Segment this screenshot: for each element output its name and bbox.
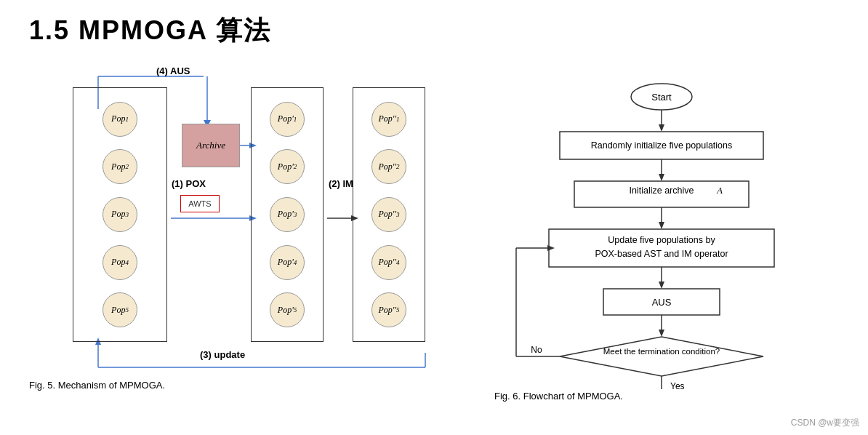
svg-marker-17 — [659, 124, 664, 132]
awts-box: AWTS — [180, 195, 220, 212]
page-title: 1.5 MPMOGA 算法 — [29, 13, 271, 49]
update-label: (3) update — [200, 349, 245, 360]
pox-label: (1) POX — [172, 178, 206, 189]
svg-text:POX-based AST and IM operator: POX-based AST and IM operator — [595, 249, 728, 259]
pop-left-box: Pop1 Pop2 Pop3 Pop4 Pop5 — [73, 87, 167, 342]
left-diagram: (4) AUS Pop1 Pop2 Pop3 Pop4 Pop5 Archive… — [29, 65, 451, 400]
fig-caption-right: Fig. 6. Flowchart of MPMOGA. — [494, 391, 623, 402]
pop-right-3: Pop''3 — [371, 197, 406, 232]
svg-text:Update five populations by: Update five populations by — [608, 235, 715, 245]
archive-label: Archive — [196, 140, 225, 151]
fig-caption-left: Fig. 5. Mechanism of MPMOGA. — [29, 380, 165, 391]
archive-box: Archive — [182, 124, 240, 167]
aus-label: (4) AUS — [156, 65, 190, 76]
pop-right-5: Pop''5 — [371, 292, 406, 327]
pop-mid-box: Pop'1 Pop'2 Pop'3 Pop'4 Pop'5 — [251, 87, 324, 342]
pop-right-2: Pop''2 — [371, 149, 406, 184]
watermark: CSDN @w要变强 — [791, 417, 859, 429]
svg-text:Meet the termination condition: Meet the termination condition? — [603, 347, 720, 356]
pop-left-3: Pop3 — [103, 197, 137, 232]
pop-mid-3: Pop'3 — [270, 197, 305, 232]
pop-mid-2: Pop'2 — [270, 149, 305, 184]
svg-text:Start: Start — [651, 92, 672, 103]
svg-marker-35 — [659, 330, 664, 337]
svg-text:A: A — [716, 185, 723, 196]
svg-marker-31 — [659, 282, 664, 289]
pop-left-2: Pop2 — [103, 149, 137, 184]
svg-text:AUS: AUS — [652, 297, 672, 308]
svg-marker-26 — [659, 222, 664, 229]
pop-mid-1: Pop'1 — [270, 102, 305, 137]
pop-right-box: Pop''1 Pop''2 Pop''3 Pop''4 Pop''5 — [353, 87, 425, 342]
pop-left-1: Pop1 — [103, 102, 137, 137]
svg-marker-21 — [659, 174, 664, 181]
pop-mid-4: Pop'4 — [270, 245, 305, 280]
pop-mid-5: Pop'5 — [270, 292, 305, 327]
pop-right-4: Pop''4 — [371, 245, 406, 280]
flowchart-svg: Start Randomly initialize five populatio… — [494, 76, 829, 389]
svg-text:Initialize archive: Initialize archive — [630, 185, 694, 196]
svg-marker-36 — [560, 337, 763, 376]
pop-left-4: Pop4 — [103, 245, 137, 280]
svg-text:No: No — [531, 345, 542, 355]
im-label: (2) IM — [329, 178, 353, 189]
svg-text:Yes: Yes — [670, 381, 685, 389]
pop-left-5: Pop5 — [103, 292, 137, 327]
svg-text:Randomly initialize five popul: Randomly initialize five populations — [591, 140, 733, 151]
right-diagram: Start Randomly initialize five populatio… — [494, 76, 829, 392]
pop-right-1: Pop''1 — [371, 102, 406, 137]
